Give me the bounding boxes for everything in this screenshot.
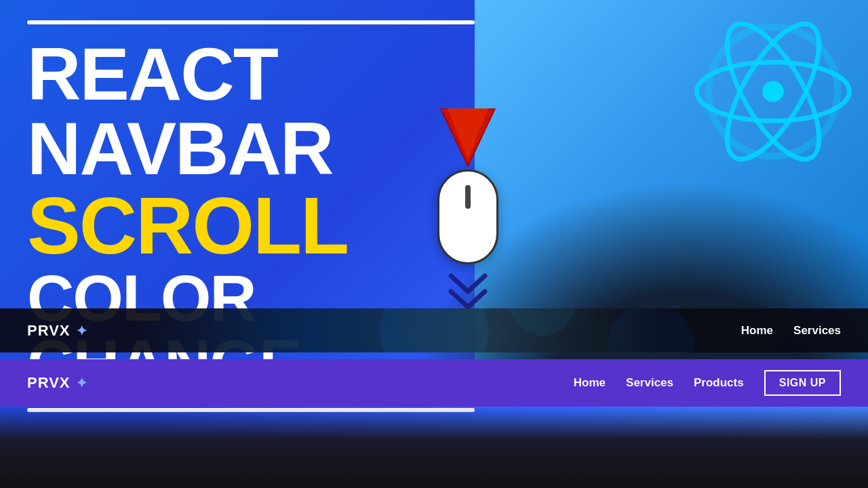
navbar2-signup-button[interactable]: SIGN UP	[764, 370, 841, 396]
mouse-scroll-wheel	[465, 185, 471, 209]
arrow-down-icon	[434, 108, 502, 169]
navbar-dark: PRVX ✦ Home Services	[0, 308, 868, 352]
navbar-tech-bg	[136, 308, 665, 352]
title-line1: REACT NAVBAR	[27, 37, 475, 186]
navbar2-link-home[interactable]: Home	[574, 376, 606, 390]
navbar1-brand-text: PRVX	[27, 322, 71, 340]
chevrons-icon	[444, 272, 492, 310]
scroll-graphic	[434, 108, 502, 310]
text-section: REACT NAVBAR SCROLL COLOR CHANGE	[27, 20, 475, 412]
navbar1-brand: PRVX ✦	[27, 322, 88, 340]
navbar2-link-services[interactable]: Services	[626, 376, 673, 390]
bottom-dark-overlay	[0, 407, 868, 488]
navbar2-link-products[interactable]: Products	[694, 376, 744, 390]
navbar2-brand-text: PRVX	[27, 374, 71, 392]
navbar1-brand-icon: ✦	[76, 323, 88, 339]
navbar2-nav-links: Home Services Products SIGN UP	[574, 370, 841, 396]
svg-point-4	[762, 81, 783, 102]
navbar1-link-home[interactable]: Home	[741, 324, 773, 338]
navbar1-nav-links: Home Services	[741, 324, 841, 338]
navbar2-brand: PRVX ✦	[27, 374, 88, 392]
mouse-graphic	[437, 169, 498, 264]
title-line2: SCROLL	[27, 186, 475, 266]
top-divider-line	[27, 20, 475, 24]
navbar-purple: PRVX ✦ Home Services Products SIGN UP	[0, 359, 868, 407]
navbar1-link-services[interactable]: Services	[793, 324, 841, 338]
navbar2-brand-icon: ✦	[76, 375, 88, 391]
